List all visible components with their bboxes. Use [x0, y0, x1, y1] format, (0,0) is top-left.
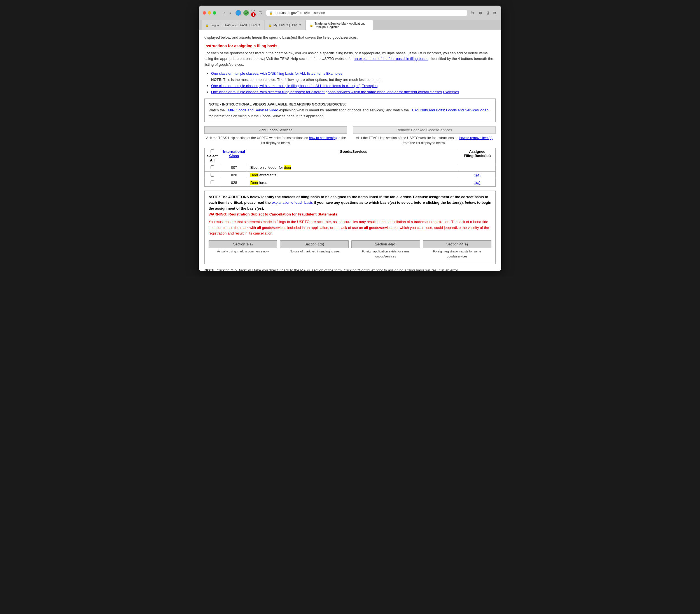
filing-basis-heading: Instructions for assigning a filing basi…	[204, 44, 496, 48]
tab-icon: 🔒	[205, 24, 209, 27]
filing-basis-label: AssignedFiling Basis(es)	[464, 150, 490, 158]
bullet-2-examples[interactable]: Examples	[362, 84, 377, 88]
bullet-list: One class or multiple classes, with ONE …	[211, 71, 496, 95]
basis-buttons: Section 1(a) Actually using mark in comm…	[209, 240, 491, 259]
goods-services-table: Select All InternationalClass Goods/Serv…	[204, 148, 496, 187]
int-class-header[interactable]: InternationalClass	[220, 148, 248, 164]
section-44d-label: Foreign application exists for same good…	[351, 249, 420, 259]
explanation-link[interactable]: explanation of each basis	[272, 200, 313, 205]
section-44d-button[interactable]: Section 44(d)	[351, 240, 420, 248]
row-3-highlight: Deer	[250, 180, 258, 185]
bullet-3-examples[interactable]: Examples	[443, 90, 459, 94]
select-all-checkbox[interactable]	[211, 150, 214, 153]
bullet-2-link[interactable]: One class or multiple classes, with same…	[211, 84, 360, 88]
section-1b-col: Section 1(b) No use of mark yet, intendi…	[280, 240, 349, 259]
select-all-label: Select All	[207, 154, 217, 162]
row-2-basis: 1(a)	[459, 171, 496, 179]
tab-login[interactable]: 🔒 Log in to TEAS and TEASI | USPTO	[202, 20, 264, 30]
share-button[interactable]: ⎙	[486, 10, 490, 16]
note-box-middle: explaining what is meant by "identificat…	[279, 108, 410, 112]
traffic-lights	[203, 11, 216, 15]
row-1-highlight: deer	[284, 165, 291, 170]
section-1b-label: No use of mark yet, intending to use	[280, 249, 349, 254]
table-row: 007 Electronic feeder for deer	[205, 164, 496, 171]
browser-tabs: 🔒 Log in to TEAS and TEASI | USPTO 🔒 MyU…	[199, 20, 501, 30]
filing-basis-header: AssignedFiling Basis(es)	[459, 148, 496, 164]
goods-services-toolbar: Add Goods/Services Visit the TEAS Help s…	[204, 126, 496, 145]
row-3-basis-link[interactable]: 1(a)	[474, 180, 480, 185]
minimize-button[interactable]	[208, 11, 211, 15]
forward-button[interactable]: ›	[228, 10, 233, 16]
shield-icon: 🛡	[243, 10, 249, 16]
teas-video-link[interactable]: TEAS Nuts and Bolts: Goods and Services …	[410, 108, 489, 112]
security-icon: 🛡	[258, 10, 263, 16]
remove-goods-button[interactable]: Remove Checked Goods/Services	[353, 126, 496, 134]
bullet-1-examples[interactable]: Examples	[326, 72, 342, 76]
browser-window: ‹ › 🌐 🛡 ⋯ 1 🛡 🔒 teas.uspto.gov/forms/tea…	[199, 5, 501, 271]
row-2-checkbox-cell	[205, 171, 220, 179]
row-2-basis-link[interactable]: 1(a)	[474, 173, 480, 177]
reload-button[interactable]: ↻	[470, 10, 475, 16]
instructional-videos-note: NOTE - INSTRUCTIONAL VIDEOS AVAILABLE RE…	[204, 99, 496, 122]
note-box-heading: NOTE - INSTRUCTIONAL VIDEOS AVAILABLE RE…	[209, 102, 346, 106]
page-content: displayed below, and asserts herein the …	[199, 30, 501, 271]
add-col: Add Goods/Services Visit the TEAS Help s…	[204, 126, 347, 145]
four-bases-link[interactable]: an explanation of the four possible fili…	[354, 56, 428, 61]
add-goods-button[interactable]: Add Goods/Services	[204, 126, 347, 134]
back-button[interactable]: ‹	[222, 10, 226, 16]
tab-icon-1: 🌐	[236, 10, 241, 16]
lock-icon: 🔒	[269, 11, 273, 15]
bullet-item-3: One class or multiple classes, with diff…	[211, 89, 496, 95]
tab-myuspto[interactable]: 🔒 MyUSPTO | USPTO	[265, 20, 305, 30]
tmin-video-link[interactable]: TMIN Goods and Services video	[226, 108, 278, 112]
maximize-button[interactable]	[213, 11, 216, 15]
nav-note: NOTE: Clicking "Go Back" will take you d…	[204, 268, 496, 271]
table-row: 028 Deer attractants 1(a)	[205, 171, 496, 179]
goods-header: Goods/Services	[248, 148, 459, 164]
remove-help-text: Visit the TEAS Help section of the USPTO…	[353, 136, 496, 145]
row-2-goods: Deer attractants	[248, 171, 459, 179]
add-items-link[interactable]: how to add item(s)	[309, 136, 337, 140]
tab-label-myuspto: MyUSPTO | USPTO	[274, 24, 301, 27]
section-44e-col: Section 44(e) Foreign registration exist…	[423, 240, 491, 259]
bullet-1-link[interactable]: One class or multiple classes, with ONE …	[211, 72, 325, 76]
notification-area: ⋯ 1	[251, 9, 255, 17]
bullet-item-1: One class or multiple classes, with ONE …	[211, 71, 496, 83]
add-help-text: Visit the TEAS Help section of the USPTO…	[204, 136, 347, 145]
instructions-text: For each of the goods/services listed in…	[204, 50, 496, 68]
section-44e-label: Foreign registration exists for same goo…	[423, 249, 491, 259]
download-button[interactable]: ⊕	[478, 10, 483, 16]
warning-body: You must ensure that statements made in …	[209, 219, 491, 236]
row-1-class: 007	[220, 164, 248, 171]
tab-trademark[interactable]: 🔒 Trademark/Service Mark Application, Pr…	[306, 20, 373, 30]
new-tab-button[interactable]: ⧉	[492, 10, 497, 16]
nav-buttons-row: NOTE: Clicking "Go Back" will take you d…	[204, 268, 496, 271]
section-1b-button[interactable]: Section 1(b)	[280, 240, 349, 248]
address-bar[interactable]: 🔒 teas.uspto.gov/forms/teas.service	[266, 10, 467, 16]
url-text: teas.uspto.gov/forms/teas.service	[275, 11, 325, 15]
row-3-basis: 1(a)	[459, 179, 496, 187]
tab-icon-2: 🔒	[268, 24, 272, 27]
close-button[interactable]	[203, 11, 206, 15]
browser-nav: ‹ ›	[222, 10, 233, 16]
section-44e-button[interactable]: Section 44(e)	[423, 240, 491, 248]
tab-label-trademark: Trademark/Service Mark Application, Prin…	[315, 22, 369, 28]
row-3-class: 028	[220, 179, 248, 187]
row-2-class: 028	[220, 171, 248, 179]
section-1a-col: Section 1(a) Actually using mark in comm…	[209, 240, 277, 259]
remove-items-link[interactable]: how to remove item(s)	[459, 136, 492, 140]
intro-text: displayed below, and asserts herein the …	[204, 35, 496, 40]
row-3-checkbox[interactable]	[211, 180, 214, 184]
tab-label-login: Log in to TEAS and TEASI | USPTO	[211, 24, 260, 27]
browser-icons: 🌐 🛡 ⋯ 1 🛡	[236, 9, 263, 17]
row-2-checkbox[interactable]	[211, 173, 214, 177]
row-1-checkbox[interactable]	[211, 165, 214, 169]
row-3-checkbox-cell	[205, 179, 220, 187]
row-2-highlight: Deer	[250, 173, 258, 177]
int-class-link[interactable]: InternationalClass	[223, 150, 245, 158]
section-1a-button[interactable]: Section 1(a)	[209, 240, 277, 248]
filing-basis-section: NOTE: The 4 BUTTONS below identify the c…	[204, 191, 496, 265]
remove-col: Remove Checked Goods/Services Visit the …	[353, 126, 496, 145]
bullet-3-link[interactable]: One class or multiple classes, with diff…	[211, 90, 442, 94]
tab-icon-3: 🔒	[310, 24, 313, 27]
